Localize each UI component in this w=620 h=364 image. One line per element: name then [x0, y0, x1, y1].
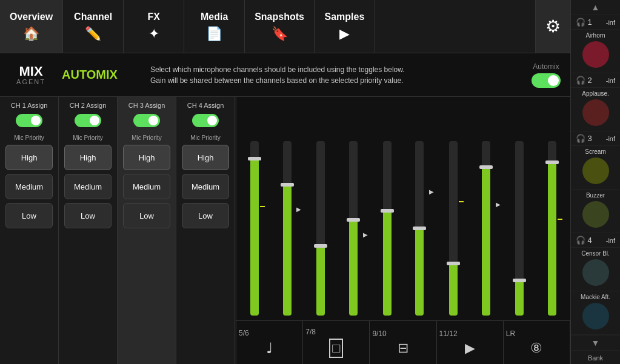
automix-label: AUTOMIX — [62, 68, 141, 82]
channel-strip-1: CH 1 Assign Mic Priority High Medium Low — [0, 97, 59, 364]
ch3-toggle[interactable] — [133, 114, 160, 127]
sample-applause[interactable]: Applause. — [571, 88, 620, 131]
ch2-priority-high[interactable]: High — [64, 145, 112, 170]
applause-pad[interactable] — [582, 99, 609, 126]
sample-mackie[interactable]: Mackie Aft. — [571, 291, 620, 335]
fader-11[interactable] — [438, 122, 469, 316]
headphone-4[interactable]: 🎧 4 -inf — [571, 233, 620, 248]
headphone-1-icon: 🎧 1 — [576, 18, 592, 27]
automix-description: Select which microphone channels should … — [150, 64, 522, 86]
scroll-down-button[interactable]: ▼ — [571, 335, 620, 351]
fader-bottom-labels: 5/6 ♩ 7/8 □ 9/10 ⊟ 11/12 ▶ LR ⑧ — [236, 320, 570, 364]
chevron-down-icon: ▼ — [592, 338, 600, 348]
ch4-priority-medium[interactable]: Medium — [182, 174, 229, 199]
fader-9[interactable] — [372, 122, 403, 316]
sample-airhorn[interactable]: Airhorn — [571, 30, 620, 73]
bank-area: Bank A B C D — [571, 351, 620, 364]
headphone-2[interactable]: 🎧 2 -inf — [571, 73, 620, 88]
channel-strip-2: CH 2 Assign Mic Priority High Medium Low — [59, 97, 118, 364]
fader-label-910[interactable]: 9/10 ⊟ — [370, 321, 436, 364]
snapshot-icon: 🔖 — [272, 26, 288, 42]
fader-area: ▶ — [236, 97, 570, 364]
headphone-2-value: -inf — [606, 77, 615, 84]
fader-lr-l[interactable] — [504, 122, 536, 316]
settings-button[interactable]: ⚙ — [535, 0, 570, 53]
ch4-priority-low[interactable]: Low — [182, 203, 229, 228]
edit-icon: ✏️ — [85, 26, 101, 42]
top-nav: Overview 🏠 Channel ✏️ FX ✦ Media 📄 Snaps… — [0, 0, 570, 53]
channel-strip-3: CH 3 Assign Mic Priority High Medium Low — [118, 97, 176, 364]
fader-7[interactable] — [305, 122, 336, 316]
tab-channel[interactable]: Channel ✏️ — [63, 0, 124, 53]
tab-overview[interactable]: Overview 🏠 — [0, 0, 63, 53]
fader-label-56[interactable]: 5/6 ♩ — [236, 321, 303, 364]
tab-media[interactable]: Media 📄 — [184, 0, 245, 53]
automix-bar: MIX AGENT AUTOMIX Select which microphon… — [0, 53, 570, 97]
fader-label-1112[interactable]: 11/12 ▶ — [437, 321, 504, 364]
channel-strip-4: CH 4 Assign Mic Priority High Medium Low — [176, 97, 235, 364]
ch4-toggle[interactable] — [192, 114, 219, 127]
ch3-priority-high[interactable]: High — [123, 145, 170, 170]
fader-10[interactable] — [404, 122, 436, 316]
ch1-priority-high[interactable]: High — [5, 145, 53, 170]
sample-scream[interactable]: Scream — [571, 146, 620, 190]
fader-lr-r[interactable] — [536, 122, 568, 316]
ch2-priority-medium[interactable]: Medium — [64, 174, 112, 199]
fader-label-lr[interactable]: LR ⑧ — [504, 321, 570, 364]
censor-pad[interactable] — [582, 259, 609, 286]
samples-icon: ▶ — [339, 26, 350, 42]
headphone-4-icon: 🎧 4 — [576, 236, 592, 245]
ch2-toggle[interactable] — [75, 114, 101, 127]
tab-fx[interactable]: FX ✦ — [124, 0, 184, 53]
mix-agent-logo: MIX AGENT — [10, 65, 52, 85]
ch3-priority-medium[interactable]: Medium — [123, 174, 170, 199]
bank-label: Bank — [575, 354, 616, 362]
fader-area-inner: ▶ — [236, 97, 570, 320]
headphone-1-value: -inf — [606, 19, 615, 26]
headphone-3[interactable]: 🎧 3 -inf — [571, 131, 620, 146]
fader-6[interactable] — [272, 122, 303, 316]
scroll-up-button[interactable]: ▲ — [571, 0, 620, 15]
ch2-priority-low[interactable]: Low — [64, 203, 112, 228]
ch3-priority-low[interactable]: Low — [123, 203, 170, 228]
sample-censor[interactable]: Censor Bl. — [571, 248, 620, 291]
headphone-3-value: -inf — [606, 135, 615, 142]
headphone-4-value: -inf — [606, 237, 615, 244]
headphone-3-icon: 🎧 3 — [576, 134, 592, 143]
ch1-priority-low[interactable]: Low — [5, 203, 53, 228]
tab-snapshots[interactable]: Snapshots 🔖 — [245, 0, 315, 53]
fader-label-78[interactable]: 7/8 □ — [303, 321, 370, 364]
tab-samples[interactable]: Samples ▶ — [315, 0, 375, 53]
sample-buzzer[interactable]: Buzzer — [571, 190, 620, 233]
airhorn-pad[interactable] — [582, 41, 609, 68]
channel-area: CH 1 Assign Mic Priority High Medium Low… — [0, 97, 570, 364]
fx-icon: ✦ — [148, 26, 159, 42]
fader-12[interactable] — [470, 122, 502, 316]
main-area: Overview 🏠 Channel ✏️ FX ✦ Media 📄 Snaps… — [0, 0, 570, 364]
headphone-2-icon: 🎧 2 — [576, 76, 592, 85]
ch4-priority-high[interactable]: High — [182, 145, 229, 170]
automix-toggle[interactable] — [532, 73, 561, 88]
ch1-toggle[interactable] — [16, 114, 42, 127]
right-sidebar: ▲ 🎧 1 -inf Airhorn 🎧 2 -inf Applause. 🎧 … — [570, 0, 620, 364]
home-icon: 🏠 — [23, 26, 39, 42]
chevron-up-icon: ▲ — [592, 2, 600, 12]
fader-8[interactable] — [338, 122, 369, 316]
mackie-pad[interactable] — [582, 303, 609, 329]
ch1-priority-medium[interactable]: Medium — [5, 174, 53, 199]
fader-5[interactable] — [239, 122, 270, 316]
channels-panel: CH 1 Assign Mic Priority High Medium Low… — [0, 97, 236, 364]
gear-icon: ⚙ — [545, 16, 561, 36]
media-icon: 📄 — [206, 26, 222, 42]
buzzer-pad[interactable] — [582, 201, 609, 228]
headphone-1[interactable]: 🎧 1 -inf — [571, 15, 620, 30]
scream-pad[interactable] — [582, 157, 609, 184]
automix-toggle-area: Automix — [532, 62, 561, 88]
